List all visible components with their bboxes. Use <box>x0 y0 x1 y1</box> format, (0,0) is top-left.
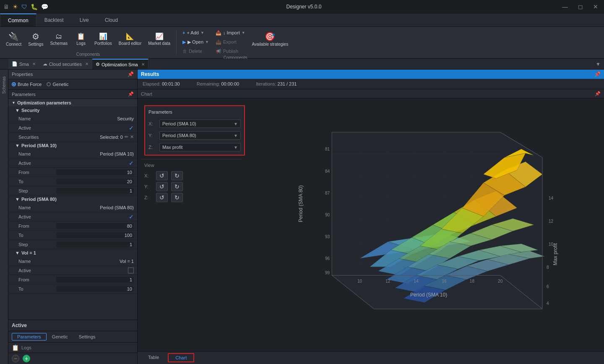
chat-icon[interactable]: 💬 <box>41 3 48 10</box>
chart-pin[interactable]: 📌 <box>595 91 601 96</box>
settings-button[interactable]: ⚙ Settings <box>26 29 46 50</box>
view-x-undo[interactable]: ↺ <box>156 171 168 180</box>
results-pin[interactable]: 📌 <box>594 71 601 77</box>
board-editor-button[interactable]: 📐 Board editor <box>116 29 144 50</box>
view-y-label: Y: <box>144 184 153 189</box>
svg-text:96: 96 <box>325 256 330 261</box>
schemas-label[interactable]: Schemas <box>2 73 6 97</box>
view-label: View <box>144 163 238 168</box>
svg-text:84: 84 <box>325 169 330 174</box>
view-x-row: X: ↺ ↻ <box>144 171 238 180</box>
board-editor-icon: 📐 <box>126 33 134 40</box>
svg-text:20: 20 <box>498 279 503 283</box>
left-bottom-tabs: Parameters Genetic Settings <box>8 331 137 342</box>
svg-text:14: 14 <box>549 196 554 200</box>
view-z-redo[interactable]: ↻ <box>171 193 183 202</box>
vol1-header[interactable]: ▼ Vol = 1 <box>8 249 137 257</box>
tab-sma[interactable]: 📄 Sma ✕ <box>8 59 39 69</box>
vol1-name-row: Name Vol = 1 <box>8 257 137 266</box>
param-x-dropdown-icon: ▼ <box>234 122 238 126</box>
optimization-params-header[interactable]: ▼ Optimization parameters <box>8 99 137 107</box>
security-name-row: Name Security <box>8 114 137 123</box>
param-x-select[interactable]: Period (SMA 10) ▼ <box>159 120 241 128</box>
available-strategies-icon: 🎯 <box>265 32 275 41</box>
maximize-button[interactable]: ◻ <box>575 3 586 11</box>
optimization-sma-tab-close[interactable]: ✕ <box>141 62 145 67</box>
add-button[interactable]: + + Add ▼ <box>180 29 211 37</box>
logs-label: Logs <box>21 345 31 350</box>
vol1-from-row: From 1 <box>8 275 137 284</box>
results-bottom-tabs: Table Chart <box>138 351 604 364</box>
vol1-to-row: To 10 <box>8 284 137 294</box>
tab-parameters[interactable]: Parameters <box>12 333 47 341</box>
schemas-button[interactable]: 🗂 Schemas <box>47 29 70 50</box>
sma-tab-icon: 📄 <box>12 61 18 67</box>
view-x-redo[interactable]: ↻ <box>171 171 183 180</box>
tab-optimization-sma[interactable]: ⚙ Optimization Sma ✕ <box>92 59 148 69</box>
security-header[interactable]: ▼ Security <box>8 107 137 114</box>
view-y-undo[interactable]: ↺ <box>156 182 168 191</box>
tab-cloud[interactable]: Cloud <box>97 13 126 26</box>
svg-text:12: 12 <box>385 279 391 283</box>
security-securities-row: Securities Selected: 0 ✏ ✕ <box>8 133 137 142</box>
minimize-button[interactable]: — <box>560 3 570 11</box>
open-dropdown-icon: ▼ <box>205 40 209 44</box>
optimization-sma-tab-icon: ⚙ <box>96 62 100 67</box>
tab-chart[interactable]: Chart <box>168 353 194 362</box>
securities-clear-icon[interactable]: ✕ <box>130 134 134 140</box>
radio-genetic[interactable]: Genetic <box>47 82 68 87</box>
svg-text:87: 87 <box>325 191 330 195</box>
iterations-value: 231 / 231 <box>278 81 297 86</box>
top-tabs: Common Backtest Live Cloud <box>0 13 604 27</box>
portfolios-button[interactable]: 📊 Portfolios <box>92 29 115 50</box>
sma80-active-row: Active ✓ <box>8 212 137 221</box>
plus-button[interactable]: + <box>23 355 30 362</box>
minus-button[interactable]: − <box>12 355 19 362</box>
sma-tab-close[interactable]: ✕ <box>32 62 36 66</box>
securities-edit-icon[interactable]: ✏ <box>125 134 128 140</box>
shield-icon[interactable]: 🛡 <box>21 3 27 10</box>
title-bar-left-icons: 🖥 ☀ 🛡 🐛 💬 <box>3 3 48 10</box>
open-button[interactable]: ▶ ▶ Open ▼ <box>180 38 211 46</box>
tab-backtest[interactable]: Backtest <box>36 13 72 26</box>
vol1-triangle-icon: ▼ <box>15 250 20 255</box>
sun-icon[interactable]: ☀ <box>13 3 18 10</box>
param-y-dropdown-icon: ▼ <box>234 133 238 138</box>
param-z-select[interactable]: Max profit ▼ <box>159 143 241 151</box>
elapsed-value: 00:01:30 <box>162 81 180 86</box>
sma10-from-row: From 10 <box>8 168 137 177</box>
connect-button[interactable]: 🔌 Connect <box>3 29 24 50</box>
triangle-icon: ▼ <box>12 101 16 105</box>
monitor-icon: 🖥 <box>3 3 9 10</box>
bug-icon[interactable]: 🐛 <box>31 3 38 10</box>
param-y-select[interactable]: Period (SMA 80) ▼ <box>159 131 241 140</box>
pin-icon[interactable]: 📌 <box>128 71 134 77</box>
available-strategies-button[interactable]: 🎯 Available strategies <box>250 29 291 50</box>
svg-text:Max profit: Max profit <box>552 243 558 265</box>
period-sma10-header[interactable]: ▼ Period (SMA 10) <box>8 142 137 149</box>
doc-tabs-arrow[interactable]: ▼ <box>592 61 604 67</box>
sma10-step-row: Step 1 <box>8 186 137 195</box>
tab-live[interactable]: Live <box>72 13 97 26</box>
view-y-redo[interactable]: ↻ <box>171 182 183 191</box>
market-data-button[interactable]: 📈 Market data <box>146 29 173 50</box>
cloud-securities-tab-close[interactable]: ✕ <box>85 62 89 66</box>
right-panel: Results 📌 Elapsed: 00:01:30 Remaining: 0… <box>138 70 604 364</box>
close-button[interactable]: ✕ <box>591 3 601 11</box>
tab-common[interactable]: Common <box>0 13 36 26</box>
tab-table[interactable]: Table <box>141 353 166 362</box>
vol1-checkbox-icon[interactable] <box>128 268 134 273</box>
sma80-to-row: To 100 <box>8 231 137 240</box>
radio-brute-force[interactable]: Brute Force <box>12 82 42 87</box>
logs-icon: 📋 <box>77 33 85 40</box>
radio-group: Brute Force Genetic <box>8 79 137 90</box>
import-button[interactable]: 📥 ↓ Import ▼ <box>213 29 248 37</box>
logs-button[interactable]: 📋 Logs <box>72 29 90 50</box>
view-z-undo[interactable]: ↺ <box>156 193 168 202</box>
period-sma80-header[interactable]: ▼ Period (SMA 80) <box>8 195 137 203</box>
tab-cloud-securities[interactable]: ☁ Cloud securities ✕ <box>39 59 92 69</box>
parameters-pin[interactable]: 📌 <box>128 91 134 97</box>
param-y-label: Y: <box>148 133 157 138</box>
tab-settings[interactable]: Settings <box>73 333 101 341</box>
tab-genetic[interactable]: Genetic <box>47 333 73 341</box>
